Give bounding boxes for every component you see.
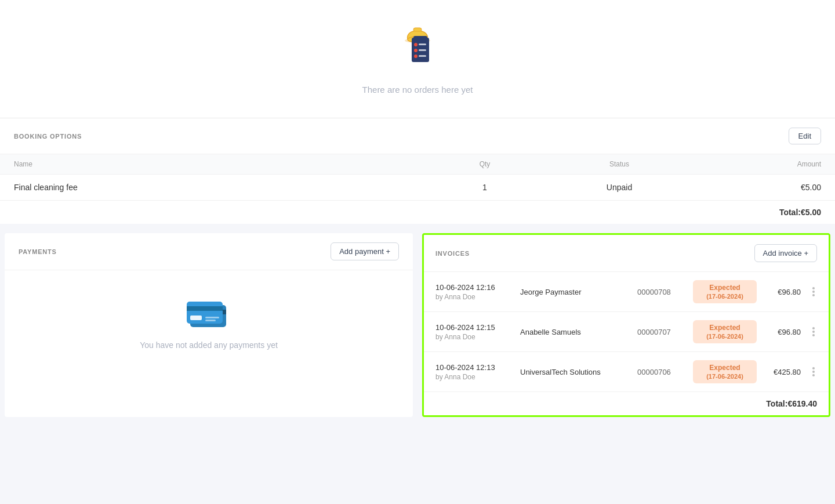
invoice-number: 00000706 [637,368,684,376]
invoice-name: UniversalTech Solutions [520,368,628,376]
empty-payments-text: You have not added any payments yet [140,340,278,350]
svg-point-5 [414,43,418,46]
booking-options-total: Total:€5.00 [0,201,835,224]
invoice-amount: €96.80 [766,328,801,336]
invoice-name: Anabelle Samuels [520,328,628,336]
empty-orders-section: There are no orders here yet [0,0,835,118]
col-name-header: Name [14,160,418,168]
invoices-title: INVOICES [435,250,470,257]
booking-options-title: BOOKING OPTIONS [14,133,82,140]
svg-rect-10 [419,55,426,57]
invoices-panel: INVOICES Add invoice + 10-06-2024 12:16 … [422,233,830,417]
payments-panel: PAYMENTS Add payment + You have n [5,233,413,417]
row-amount: €5.00 [687,183,821,192]
invoice-number: 00000707 [637,328,684,336]
invoice-row: 10-06-2024 12:13 by Anna Doe UniversalTe… [424,352,829,392]
invoice-amount: €425.80 [766,368,801,376]
invoice-status-label: Expected [700,324,750,332]
invoice-amount: €96.80 [766,288,801,296]
empty-orders-icon [391,23,444,75]
bottom-panels: PAYMENTS Add payment + You have n [0,229,835,422]
svg-rect-16 [205,317,219,318]
payments-header: PAYMENTS Add payment + [5,233,413,270]
row-qty: 1 [418,183,552,192]
invoice-status-label: Expected [700,364,750,372]
invoice-row: 10-06-2024 12:15 by Anna Doe Anabelle Sa… [424,312,829,352]
invoice-status-badge: Expected (17-06-2024) [693,320,757,343]
invoice-status-badge: Expected (17-06-2024) [693,280,757,303]
invoice-by: by Anna Doe [435,373,511,381]
invoice-row: 10-06-2024 12:16 by Anna Doe Jeorge Paym… [424,272,829,312]
invoice-more-button[interactable] [810,327,817,336]
svg-rect-6 [419,43,426,45]
svg-rect-14 [187,306,223,311]
invoice-date-block: 10-06-2024 12:13 by Anna Doe [435,363,511,381]
svg-rect-17 [205,320,216,321]
invoice-date: 10-06-2024 12:15 [435,323,511,332]
invoice-more-button[interactable] [810,367,817,376]
invoice-status-date: (17-06-2024) [700,293,750,300]
invoice-status-label: Expected [700,284,750,292]
svg-point-7 [414,49,418,52]
invoice-date-block: 10-06-2024 12:16 by Anna Doe [435,283,511,301]
empty-payments: You have not added any payments yet [5,270,413,379]
invoice-more-button[interactable] [810,287,817,296]
booking-options-header: BOOKING OPTIONS Edit [0,118,835,154]
credit-card-icon [186,299,232,331]
add-invoice-button[interactable]: Add invoice + [754,244,817,262]
invoice-date-block: 10-06-2024 12:15 by Anna Doe [435,323,511,341]
invoice-status-date: (17-06-2024) [700,333,750,340]
invoices-header: INVOICES Add invoice + [424,235,829,272]
edit-button[interactable]: Edit [789,128,821,144]
booking-options-table-header: Name Qty Status Amount [0,154,835,175]
payments-title: PAYMENTS [19,248,57,255]
col-status-header: Status [552,160,687,168]
booking-options-section: BOOKING OPTIONS Edit Name Qty Status Amo… [0,118,835,229]
svg-rect-1 [413,28,422,31]
invoice-status-date: (17-06-2024) [700,373,750,380]
row-status: Unpaid [552,183,687,192]
svg-rect-8 [419,49,426,51]
table-row: Final cleaning fee 1 Unpaid €5.00 [0,175,835,201]
invoices-total: Total:€619.40 [424,392,829,415]
invoice-date: 10-06-2024 12:13 [435,363,511,372]
col-qty-header: Qty [418,160,552,168]
invoice-date: 10-06-2024 12:16 [435,283,511,292]
add-payment-button[interactable]: Add payment + [331,242,399,260]
invoice-by: by Anna Doe [435,333,511,341]
svg-rect-13 [187,302,223,324]
invoice-by: by Anna Doe [435,293,511,301]
invoice-number: 00000708 [637,288,684,296]
empty-orders-text: There are no orders here yet [362,85,473,95]
invoice-status-badge: Expected (17-06-2024) [693,360,757,383]
svg-rect-4 [413,36,427,39]
svg-point-9 [414,55,418,58]
col-amount-header: Amount [687,160,821,168]
row-name: Final cleaning fee [14,183,418,192]
page-wrapper: There are no orders here yet BOOKING OPT… [0,0,835,504]
svg-rect-15 [190,316,202,320]
invoice-name: Jeorge Paymaster [520,288,628,296]
